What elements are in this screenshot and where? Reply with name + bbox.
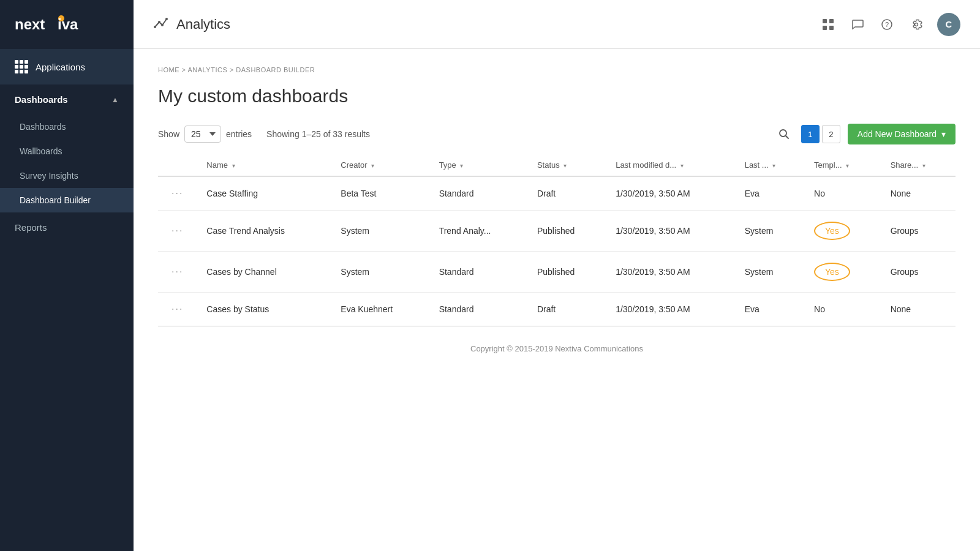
sidebar-item-dashboard-builder[interactable]: Dashboard Builder — [0, 188, 134, 212]
results-text: Showing 1–25 of 33 results — [266, 129, 370, 139]
breadcrumb-dashboard-builder[interactable]: DASHBOARD BUILDER — [236, 66, 315, 73]
nextiva-logo-svg: next iva — [15, 13, 82, 36]
cell-status: Published — [527, 252, 606, 293]
col-header-actions — [158, 154, 197, 176]
dashboards-section: Dashboards ▲ Dashboards Wallboards Surve… — [0, 84, 134, 212]
row-menu-button[interactable]: ··· — [168, 223, 187, 238]
breadcrumb-sep2: > — [230, 66, 236, 73]
cell-last-modified: 1/30/2019, 3:50 AM — [606, 252, 735, 293]
brand-logo: next iva — [0, 0, 134, 49]
entries-select[interactable]: 25 10 50 100 — [184, 126, 221, 143]
cell-creator: Eva Kuehnert — [331, 293, 429, 326]
row-menu-button[interactable]: ··· — [168, 264, 187, 279]
cell-creator: System — [331, 252, 429, 293]
footer-text: Copyright © 2015-2019 Nextiva Communicat… — [470, 344, 643, 353]
add-dashboard-button[interactable]: Add New Dashboard ▾ — [848, 124, 956, 144]
cell-shared: Groups — [881, 252, 956, 293]
applications-label: Applications — [36, 62, 85, 72]
breadcrumb-home[interactable]: HOME — [158, 66, 179, 73]
topbar-left: Analytics — [153, 15, 230, 34]
show-label: Show — [158, 129, 179, 139]
col-header-template[interactable]: Templ... ▾ — [804, 154, 881, 176]
page-btn-1[interactable]: 1 — [801, 125, 820, 143]
add-dashboard-chevron: ▾ — [941, 129, 946, 139]
col-header-last-modified[interactable]: Last modified d... ▾ — [606, 154, 735, 176]
row-menu-button[interactable]: ··· — [168, 301, 187, 317]
apps-grid-icon — [15, 60, 28, 73]
cell-last-by: Eva — [735, 176, 804, 211]
col-header-shared[interactable]: Share... ▾ — [881, 154, 956, 176]
dashboards-section-title: Dashboards — [15, 94, 68, 105]
page-title: My custom dashboards — [158, 86, 956, 107]
svg-rect-9 — [823, 26, 827, 30]
dashboards-section-header[interactable]: Dashboards ▲ — [0, 84, 134, 114]
add-dashboard-label: Add New Dashboard — [858, 129, 937, 139]
sidebar-item-reports[interactable]: Reports — [0, 212, 134, 242]
breadcrumb-sep1: > — [182, 66, 188, 73]
cell-name: Cases by Channel — [197, 252, 331, 293]
svg-text:?: ? — [885, 21, 889, 28]
chat-icon[interactable] — [849, 16, 866, 33]
cell-template: Yes — [804, 252, 881, 293]
settings-icon[interactable] — [908, 16, 925, 33]
content-area: HOME > ANALYTICS > DASHBOARD BUILDER My … — [134, 49, 980, 551]
applications-nav[interactable]: Applications — [0, 49, 134, 84]
grid-icon[interactable] — [820, 16, 837, 33]
col-header-name[interactable]: Name ▾ — [197, 154, 331, 176]
cell-type: Trend Analy... — [429, 211, 527, 252]
cell-template: No — [804, 293, 881, 326]
cell-actions: ··· — [158, 293, 197, 326]
cell-template: No — [804, 176, 881, 211]
cell-type: Standard — [429, 293, 527, 326]
cell-shared: Groups — [881, 211, 956, 252]
cell-type: Standard — [429, 252, 527, 293]
table-header-row: Name ▾ Creator ▾ Type ▾ Status ▾ Last mo… — [158, 154, 956, 176]
col-header-type[interactable]: Type ▾ — [429, 154, 527, 176]
breadcrumb-analytics[interactable]: ANALYTICS — [187, 66, 227, 73]
topbar-title: Analytics — [176, 17, 230, 32]
cell-name: Cases by Status — [197, 293, 331, 326]
svg-point-4 — [158, 21, 160, 23]
svg-line-14 — [785, 136, 788, 139]
col-header-status[interactable]: Status ▾ — [527, 154, 606, 176]
cell-shared: None — [881, 293, 956, 326]
table-controls: Show 25 10 50 100 entries Showing 1–25 o… — [158, 124, 956, 144]
cell-status: Draft — [527, 176, 606, 211]
cell-last-by: System — [735, 211, 804, 252]
yes-template-badge: Yes — [814, 222, 850, 240]
svg-rect-10 — [829, 26, 834, 30]
cell-last-by: Eva — [735, 293, 804, 326]
sidebar-item-wallboards[interactable]: Wallboards — [0, 139, 134, 163]
cell-type: Standard — [429, 176, 527, 211]
svg-point-6 — [165, 18, 168, 20]
cell-last-modified: 1/30/2019, 3:50 AM — [606, 176, 735, 211]
svg-text:iva: iva — [58, 16, 78, 32]
cell-shared: None — [881, 176, 956, 211]
main-content: Analytics ? — [134, 0, 980, 551]
svg-rect-8 — [829, 19, 834, 23]
sidebar-item-dashboards[interactable]: Dashboards — [0, 114, 134, 139]
table-row: ··· Case Trend Analysis System Trend Ana… — [158, 211, 956, 252]
svg-point-5 — [161, 24, 164, 26]
entries-label: entries — [226, 129, 252, 139]
cell-actions: ··· — [158, 252, 197, 293]
table-controls-right: 1 2 Add New Dashboard ▾ — [774, 124, 956, 144]
sidebar-item-survey-insights[interactable]: Survey Insights — [0, 163, 134, 188]
breadcrumb: HOME > ANALYTICS > DASHBOARD BUILDER — [158, 66, 956, 73]
cell-template: Yes — [804, 211, 881, 252]
row-menu-button[interactable]: ··· — [168, 186, 187, 201]
col-header-last-by[interactable]: Last ... ▾ — [735, 154, 804, 176]
chevron-up-icon: ▲ — [111, 96, 119, 104]
col-header-creator[interactable]: Creator ▾ — [331, 154, 429, 176]
help-icon[interactable]: ? — [878, 16, 895, 33]
cell-status: Draft — [527, 293, 606, 326]
yes-template-badge: Yes — [814, 263, 850, 281]
user-avatar[interactable]: C — [937, 13, 960, 36]
footer: Copyright © 2015-2019 Nextiva Communicat… — [158, 326, 956, 370]
search-button[interactable] — [774, 124, 794, 144]
cell-creator: Beta Test — [331, 176, 429, 211]
table-row: ··· Case Staffing Beta Test Standard Dra… — [158, 176, 956, 211]
cell-name: Case Staffing — [197, 176, 331, 211]
cell-actions: ··· — [158, 176, 197, 211]
page-btn-2[interactable]: 2 — [822, 125, 840, 143]
